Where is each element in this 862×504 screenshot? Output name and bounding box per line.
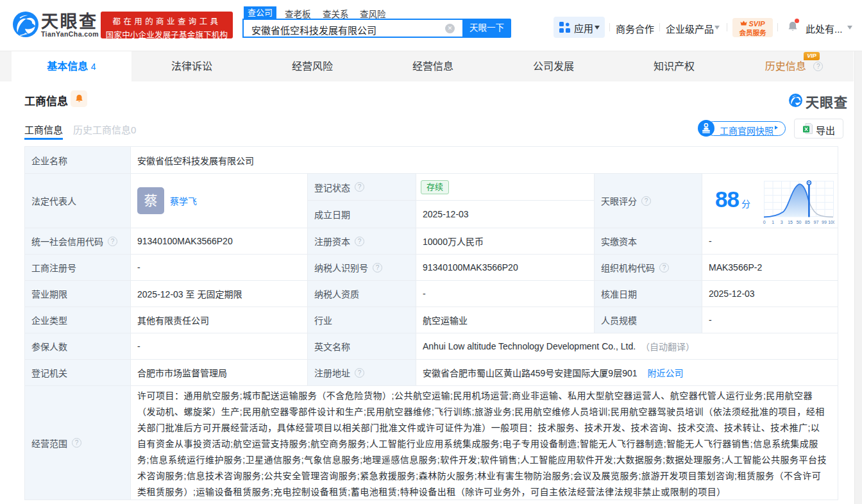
svg-text:3: 3	[781, 220, 783, 224]
svg-text:100: 100	[828, 220, 834, 224]
svg-text:50: 50	[797, 220, 802, 224]
svg-text:97: 97	[814, 220, 819, 224]
svg-text:1: 1	[772, 220, 774, 224]
svg-text:0: 0	[763, 220, 766, 224]
svg-text:99: 99	[822, 220, 827, 224]
svg-text:15: 15	[788, 220, 793, 224]
svg-text:85: 85	[805, 220, 810, 224]
